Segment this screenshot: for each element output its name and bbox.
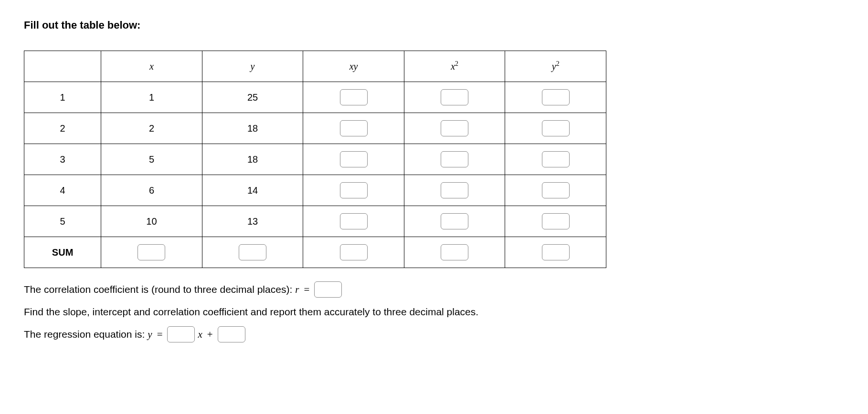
cell-x2 (404, 175, 505, 206)
cell-sum-y (202, 237, 303, 268)
equals-sign-2: = (155, 329, 165, 341)
correlation-text: The correlation coefficient is (round to… (24, 284, 292, 295)
correlation-line: The correlation coefficient is (round to… (24, 281, 844, 298)
input-xy-1[interactable] (340, 89, 368, 105)
math-x-rhs: x (198, 329, 202, 341)
col-header-y: y (202, 51, 303, 82)
input-r[interactable] (314, 281, 342, 298)
cell-n: 4 (24, 175, 101, 206)
math-y-lhs: y (148, 329, 152, 341)
cell-xy (303, 113, 404, 144)
cell-y2 (505, 206, 606, 237)
input-y2-3[interactable] (542, 151, 570, 167)
math-y2: y2 (552, 61, 560, 72)
input-x2-3[interactable] (441, 151, 468, 167)
cell-y: 13 (202, 206, 303, 237)
input-intercept[interactable] (218, 326, 245, 342)
cell-x: 6 (101, 175, 202, 206)
col-header-y2: y2 (505, 51, 606, 82)
input-sum-xy[interactable] (340, 244, 368, 260)
cell-x2 (404, 82, 505, 113)
input-x2-5[interactable] (441, 213, 468, 229)
cell-y: 25 (202, 82, 303, 113)
cell-n: 3 (24, 144, 101, 175)
math-x2: x2 (451, 61, 458, 72)
table-row: 5 10 13 (24, 206, 606, 237)
table-row: 4 6 14 (24, 175, 606, 206)
cell-xy (303, 144, 404, 175)
instruction-line: Find the slope, intercept and correlatio… (24, 306, 844, 318)
input-slope[interactable] (167, 326, 195, 342)
data-table: x y xy x2 y2 1 1 25 2 2 18 (24, 51, 606, 268)
cell-x2 (404, 206, 505, 237)
input-x2-1[interactable] (441, 89, 468, 105)
input-y2-5[interactable] (542, 213, 570, 229)
col-header-x: x (101, 51, 202, 82)
cell-y2 (505, 144, 606, 175)
input-y2-4[interactable] (542, 182, 570, 198)
math-r: r (295, 284, 299, 296)
cell-y2 (505, 113, 606, 144)
math-y: y (251, 61, 255, 72)
math-x: x (149, 61, 154, 72)
input-xy-3[interactable] (340, 151, 368, 167)
cell-y: 18 (202, 144, 303, 175)
input-x2-4[interactable] (441, 182, 468, 198)
cell-y2 (505, 175, 606, 206)
cell-xy (303, 206, 404, 237)
input-sum-x[interactable] (138, 244, 165, 260)
page: Fill out the table below: x y xy x2 y2 1… (0, 0, 868, 370)
cell-x: 5 (101, 144, 202, 175)
col-header-blank (24, 51, 101, 82)
cell-x: 2 (101, 113, 202, 144)
cell-x2 (404, 144, 505, 175)
input-y2-1[interactable] (542, 89, 570, 105)
cell-n: 2 (24, 113, 101, 144)
input-xy-2[interactable] (340, 120, 368, 136)
table-header-row: x y xy x2 y2 (24, 51, 606, 82)
sum-label: SUM (24, 237, 101, 268)
col-header-x2: x2 (404, 51, 505, 82)
input-x2-2[interactable] (441, 120, 468, 136)
cell-y2 (505, 82, 606, 113)
cell-n: 5 (24, 206, 101, 237)
table-row: 1 1 25 (24, 82, 606, 113)
cell-y: 18 (202, 113, 303, 144)
cell-x2 (404, 113, 505, 144)
regression-text: The regression equation is: (24, 329, 145, 340)
equals-sign: = (302, 284, 311, 296)
cell-sum-x (101, 237, 202, 268)
regression-line: The regression equation is: y = x + (24, 326, 844, 342)
cell-sum-xy (303, 237, 404, 268)
instruction-text: Find the slope, intercept and correlatio… (24, 306, 478, 318)
cell-x: 1 (101, 82, 202, 113)
input-sum-x2[interactable] (441, 244, 468, 260)
heading: Fill out the table below: (24, 19, 844, 31)
cell-xy (303, 175, 404, 206)
table-sum-row: SUM (24, 237, 606, 268)
cell-y: 14 (202, 175, 303, 206)
cell-sum-y2 (505, 237, 606, 268)
table-row: 3 5 18 (24, 144, 606, 175)
col-header-xy: xy (303, 51, 404, 82)
input-sum-y[interactable] (239, 244, 266, 260)
math-xy: xy (349, 61, 358, 72)
input-xy-4[interactable] (340, 182, 368, 198)
cell-x: 10 (101, 206, 202, 237)
input-y2-2[interactable] (542, 120, 570, 136)
plus-sign: + (205, 329, 215, 341)
input-xy-5[interactable] (340, 213, 368, 229)
cell-xy (303, 82, 404, 113)
table-row: 2 2 18 (24, 113, 606, 144)
cell-sum-x2 (404, 237, 505, 268)
cell-n: 1 (24, 82, 101, 113)
input-sum-y2[interactable] (542, 244, 570, 260)
